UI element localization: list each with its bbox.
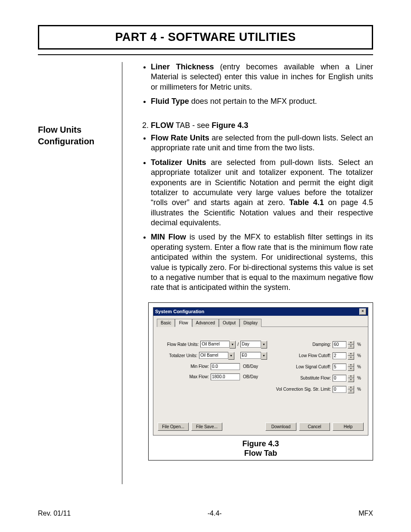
table-ref: Table 4.1 — [289, 198, 324, 207]
tab-output[interactable]: Output — [219, 319, 240, 327]
unit-label: % — [357, 364, 361, 370]
page-footer: Rev. 01/11 -4.4- MFX — [38, 510, 373, 517]
select-value: Oil Barrel — [200, 341, 230, 348]
two-column-layout: Flow Units Configuration Liner Thickness… — [38, 62, 373, 484]
bullet-lead: MIN Flow — [151, 233, 186, 241]
damping-input[interactable]: 60 — [333, 341, 346, 348]
page-title: PART 4 - SOFTWARE UTILITIES — [39, 31, 372, 44]
spinner-icon[interactable]: ▲▼ — [348, 374, 354, 382]
spinner-icon[interactable]: ▲▼ — [348, 363, 354, 371]
intro-bullet-list: Liner Thickness (entry becomes available… — [135, 62, 373, 107]
unit-label: % — [357, 375, 361, 381]
tab-advanced[interactable]: Advanced — [192, 319, 219, 327]
bullet-lead: Flow Rate Units — [151, 134, 209, 142]
spinner-icon[interactable]: ▲▼ — [348, 352, 354, 360]
flow-rate-time-select[interactable]: Day▼ — [240, 341, 267, 348]
tab-flow[interactable]: Flow — [175, 319, 192, 327]
unit-label: OB/Day — [243, 374, 267, 380]
right-form-column: Damping: 60 ▲▼ % Low Flow Cutoff: 2 ▲▼ % — [275, 341, 361, 410]
max-flow-input[interactable]: 1800.0 — [211, 373, 240, 380]
field-label: Max Flow: — [172, 374, 209, 380]
figure-ref: Figure 4.3 — [212, 121, 248, 130]
figure-caption: Figure 4.3 Flow Tab — [153, 439, 368, 458]
list-item: Flow Rate Units are selected from the pu… — [151, 133, 373, 153]
min-flow-input[interactable]: 0.0 — [211, 363, 240, 370]
dialog-title: System Configuration — [155, 308, 204, 314]
totalizer-exp-select[interactable]: E0▼ — [240, 352, 267, 360]
select-value: Oil Barrel — [199, 352, 228, 359]
bullet-lead: Fluid Type — [151, 97, 189, 106]
select-value: Day — [240, 341, 261, 348]
file-open-button[interactable]: File Open... — [158, 423, 189, 431]
damping-row: Damping: 60 ▲▼ % — [275, 341, 361, 348]
flow-rate-unit-select[interactable]: Oil Barrel▼ — [200, 341, 236, 348]
chevron-down-icon: ▼ — [228, 352, 234, 360]
field-label: Damping: — [275, 342, 331, 347]
field-label: Substitute Flow: — [275, 375, 331, 381]
help-button[interactable]: Help — [333, 423, 364, 431]
totalizer-unit-select[interactable]: Oil Barrel▼ — [199, 352, 234, 360]
chevron-down-icon: ▼ — [261, 352, 267, 360]
tab-strip: Basic Flow Advanced Output Display — [157, 318, 368, 327]
dialog-body: Flow Rate Units: Oil Barrel▼ / Day▼ Tota… — [153, 327, 368, 420]
cancel-button[interactable]: Cancel — [299, 423, 330, 431]
footer-center: -4.4- — [208, 510, 222, 517]
caption-line1: Figure 4.3 — [153, 439, 368, 449]
totalizer-units-row: Totalizer Units: Oil Barrel▼ E0▼ — [160, 352, 267, 360]
max-flow-row: Max Flow: 1800.0 OB/Day — [160, 373, 267, 380]
field-label: Low Flow Cutoff: — [275, 353, 331, 358]
low-signal-cutoff-input[interactable]: 5 — [333, 364, 346, 370]
slash: / — [237, 342, 239, 347]
vol-correction-input[interactable]: 0 — [333, 386, 346, 393]
dialog-titlebar: System Configuration × — [153, 308, 368, 316]
title-frame: PART 4 - SOFTWARE UTILITIES — [38, 25, 373, 50]
side-column: Flow Units Configuration — [38, 62, 122, 484]
tab-display[interactable]: Display — [240, 319, 262, 327]
system-configuration-dialog: System Configuration × Basic Flow Advanc… — [153, 307, 368, 436]
chevron-down-icon: ▼ — [261, 341, 267, 348]
vol-correction-row: Vol Correction Sig. Str. Limit: 0 ▲▼ % — [275, 386, 361, 393]
dialog-footer: File Open... File Save... Download Cance… — [153, 420, 368, 435]
numbered-list: FLOW TAB - see Figure 4.3 — [135, 121, 373, 131]
field-label: Totalizer Units: — [160, 353, 197, 358]
footer-right: MFX — [358, 510, 373, 517]
file-save-button[interactable]: File Save... — [191, 423, 222, 431]
list-item: Liner Thickness (entry becomes available… — [151, 62, 373, 92]
tab-name: FLOW — [151, 121, 174, 130]
unit-label: OB/Day — [243, 364, 267, 369]
main-column: Liner Thickness (entry becomes available… — [122, 62, 373, 484]
bullet-lead: Liner Thickness — [151, 62, 214, 71]
spinner-icon[interactable]: ▲▼ — [348, 341, 354, 348]
bullet-text: is used by the MFX to establish filter s… — [151, 233, 373, 292]
min-flow-row: Min Flow: 0.0 OB/Day — [160, 363, 267, 370]
figure-container: System Configuration × Basic Flow Advanc… — [148, 302, 373, 460]
low-flow-cutoff-input[interactable]: 2 — [333, 352, 346, 359]
unit-label: % — [357, 386, 361, 392]
flow-rate-units-row: Flow Rate Units: Oil Barrel▼ / Day▼ — [160, 341, 267, 348]
low-flow-cutoff-row: Low Flow Cutoff: 2 ▲▼ % — [275, 352, 361, 360]
field-label: Low Signal Cutoff: — [275, 364, 331, 370]
list-item: FLOW TAB - see Figure 4.3 — [151, 121, 373, 131]
chevron-down-icon: ▼ — [230, 341, 236, 348]
left-form-column: Flow Rate Units: Oil Barrel▼ / Day▼ Tota… — [160, 341, 267, 410]
section-heading: Flow Units Configuration — [38, 62, 122, 147]
divider — [38, 54, 373, 55]
substitute-flow-input[interactable]: 0 — [333, 375, 346, 382]
select-value: E0 — [240, 352, 261, 359]
left-button-row: File Open... File Save... — [158, 423, 222, 431]
caption-line2: Flow Tab — [153, 448, 368, 458]
list-item: Totalizer Units are selected from pull-d… — [151, 158, 373, 228]
text-mid: TAB - see — [174, 121, 212, 130]
field-label: Vol Correction Sig. Str. Limit: — [275, 386, 331, 392]
field-label: Flow Rate Units: — [162, 342, 199, 347]
bullet-lead: Totalizer Units — [151, 158, 206, 167]
download-button[interactable]: Download — [265, 423, 296, 431]
tab-basic[interactable]: Basic — [157, 319, 175, 327]
list-item: Fluid Type does not pertain to the MFX p… — [151, 96, 373, 106]
detail-bullet-list: Flow Rate Units are selected from the pu… — [135, 133, 373, 293]
right-button-row: Download Cancel Help — [265, 423, 364, 431]
substitute-flow-row: Substitute Flow: 0 ▲▼ % — [275, 374, 361, 382]
close-icon[interactable]: × — [359, 308, 366, 315]
field-label: Min Flow: — [172, 364, 209, 369]
spinner-icon[interactable]: ▲▼ — [348, 386, 354, 393]
